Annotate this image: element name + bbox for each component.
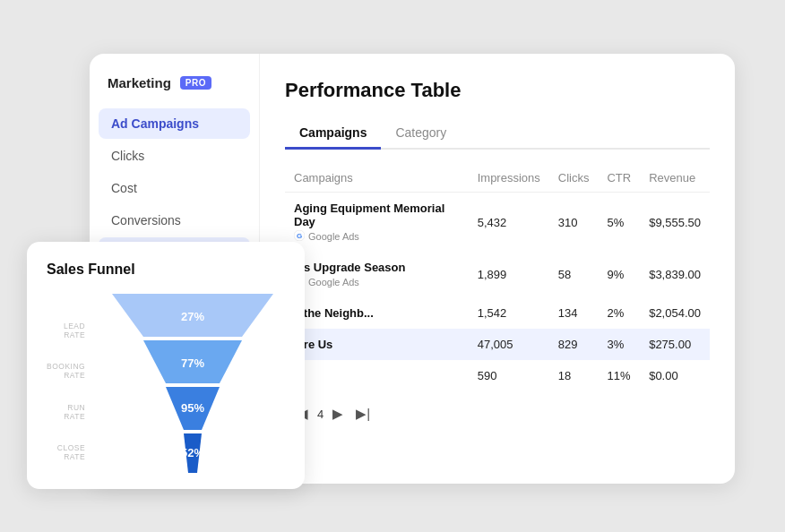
sidebar-item-clicks[interactable]: Clicks [99,141,250,171]
table-row: ...re Us47,0058293%$275.00 [285,329,710,360]
table-row: It's Upgrade SeasonGGoogle Ads1,899589%$… [285,252,710,297]
cell-clicks: 58 [549,252,599,297]
performance-table: Campaigns Impressions Clicks CTR Revenue… [285,164,710,391]
funnel-label-lead: LEAD RATE [47,322,85,339]
cell-impressions: 5,432 [469,193,549,253]
campaign-name-cell: ...re Us [285,329,469,360]
campaign-name-cell: ...the Neighb... [285,297,469,329]
funnel-title: Sales Funnel [47,262,285,278]
campaign-source-label: Google Ads [308,277,359,287]
col-campaigns: Campaigns [285,164,469,193]
cell-clicks: 134 [549,297,599,329]
funnel-chart: 27% 77% 95% 52% [94,294,291,473]
main-content: Performance Table Campaigns Category Cam… [260,54,735,484]
campaign-source-label: Google Ads [308,231,359,242]
campaign-name: ...re Us [294,338,460,351]
cell-clicks: 829 [549,329,599,360]
google-icon: G [294,230,305,243]
campaign-name: It's Upgrade Season [294,261,460,274]
table-row: ...the Neighb...1,5421342%$2,054.00 [285,297,710,329]
sidebar-title: Marketing [108,75,171,90]
campaign-name-cell: It's Upgrade SeasonGGoogle Ads [285,252,469,297]
cell-revenue: $2,054.00 [640,297,710,329]
cell-ctr: 2% [598,297,640,329]
tab-category[interactable]: Category [381,118,461,150]
cell-revenue: $0.00 [640,360,710,391]
cell-ctr: 3% [598,329,640,360]
cell-clicks: 310 [549,193,599,253]
cell-impressions: 1,899 [469,252,549,297]
cell-clicks: 18 [549,360,599,391]
funnel-card: Sales Funnel LEAD RATE BOOKING RATE RUN … [27,242,305,489]
funnel-label-close: CLOSE RATE [47,443,85,461]
tab-campaigns[interactable]: Campaigns [285,118,381,150]
col-clicks: Clicks [549,164,599,193]
campaign-source: GGoogle Ads [294,230,460,243]
funnel-value-run: 95% [181,401,204,415]
current-page: 4 [317,408,323,421]
sidebar-item-conversions[interactable]: Conversions [99,205,250,236]
page-title: Performance Table [285,79,710,102]
funnel-wrapper: LEAD RATE BOOKING RATE RUN RATE CLOSE RA… [47,294,285,473]
table-row: 5901811%$0.00 [285,360,710,391]
cell-ctr: 11% [598,360,640,391]
funnel-value-close: 52% [181,446,204,459]
last-page-button[interactable]: ▶| [352,404,374,424]
cell-impressions: 47,005 [469,329,549,360]
cell-revenue: $3,839.00 [640,252,710,297]
funnel-value-lead: 27% [181,310,204,323]
campaign-name-cell: Aging Equipment Memorial DayGGoogle Ads [285,193,469,253]
cell-impressions: 1,542 [469,297,549,329]
next-page-button[interactable]: ▶ [329,404,347,424]
svg-text:G: G [297,232,302,240]
funnel-label-run: RUN RATE [47,403,85,421]
funnel-label-booking: BOOKING RATE [47,362,85,380]
sidebar-item-ad-campaigns[interactable]: Ad Campaigns [99,108,250,139]
pagination: ◀ 4 ▶ ▶| [285,391,710,436]
funnel-value-booking: 77% [181,356,204,370]
funnel-svg: 27% 77% 95% 52% [94,294,291,473]
campaign-name: ...the Neighb... [294,306,460,320]
cell-impressions: 590 [469,360,549,391]
funnel-left-labels: LEAD RATE BOOKING RATE RUN RATE CLOSE RA… [47,294,85,473]
col-impressions: Impressions [469,164,549,193]
sidebar-item-cost[interactable]: Cost [99,173,250,203]
pro-badge: PRO [180,76,211,90]
campaign-name-cell [285,360,469,391]
campaign-source: GGoogle Ads [294,276,460,288]
cell-ctr: 9% [598,252,640,297]
campaign-name: Aging Equipment Memorial Day [294,202,460,228]
cell-revenue: $9,555.50 [640,193,710,253]
tabs: Campaigns Category [285,118,710,150]
sidebar-header: Marketing PRO [90,75,259,108]
cell-revenue: $275.00 [640,329,710,360]
table-row: Aging Equipment Memorial DayGGoogle Ads5… [285,193,710,253]
cell-ctr: 5% [598,193,640,253]
col-revenue: Revenue [640,164,710,193]
col-ctr: CTR [598,164,640,193]
